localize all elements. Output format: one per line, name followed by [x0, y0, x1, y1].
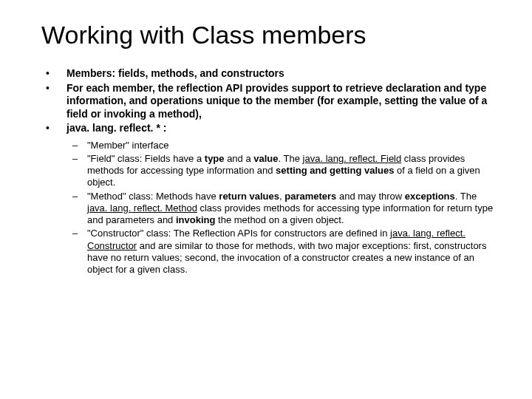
- text: . The: [455, 191, 477, 202]
- bold-text: parameters: [284, 191, 336, 202]
- text: "Method" class: Methods have: [87, 191, 219, 202]
- bold-text: value: [253, 153, 278, 164]
- sub-bullet-item: "Method" class: Methods have return valu…: [71, 191, 497, 227]
- text: "Constructor" class: The Reflection APIs…: [87, 228, 390, 239]
- bullet-list: Members: fields, methods, and constructo…: [44, 67, 497, 276]
- bullet-item: For each member, the reflection API prov…: [44, 82, 497, 121]
- bold-text: type: [205, 153, 225, 164]
- underline-text: java. lang. reflect. Field: [303, 153, 402, 164]
- text: and a: [225, 153, 254, 164]
- sub-bullet-list: "Member" interface "Field" class: Fields…: [71, 140, 497, 276]
- bold-text: invoking: [176, 214, 215, 225]
- text: "Field" class: Fields have a: [87, 153, 205, 164]
- text: and may throw: [336, 191, 405, 202]
- bullet-text: java. lang. reflect. * :: [66, 122, 166, 134]
- bullet-item: Members: fields, methods, and constructo…: [44, 67, 497, 81]
- sub-bullet-item: "Constructor" class: The Reflection APIs…: [71, 228, 497, 276]
- text: and are similar to those for methods, wi…: [87, 240, 486, 276]
- bold-text: return values: [219, 191, 279, 202]
- text: . The: [279, 153, 303, 164]
- bullet-item: java. lang. reflect. * : "Member" interf…: [44, 122, 497, 276]
- underline-text: java. lang. reflect. Method: [87, 202, 197, 214]
- bold-text: setting and getting values: [276, 165, 394, 176]
- sub-bullet-item: "Field" class: Fields have a type and a …: [71, 153, 497, 189]
- sub-bullet-item: "Member" interface: [71, 140, 497, 151]
- text: the method on a given object.: [215, 214, 344, 225]
- slide-title: Working with Class members: [41, 21, 497, 50]
- bold-text: exceptions: [405, 191, 455, 202]
